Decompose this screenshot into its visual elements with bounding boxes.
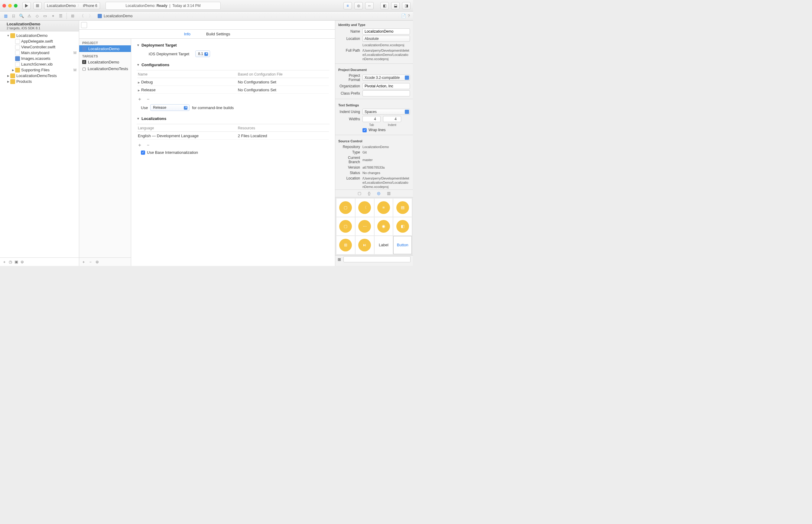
disclosure-icon[interactable]: ▶ <box>12 69 15 71</box>
project-header[interactable]: LocalizationDemo 2 targets, iOS SDK 8.1 <box>0 20 79 31</box>
config-row[interactable]: ▶ReleaseNo Configurations Set <box>137 86 329 94</box>
tree-item[interactable]: ▶Products <box>0 79 79 84</box>
tree-item[interactable]: ViewController.swift <box>0 44 79 50</box>
standard-editor-button[interactable]: ≡ <box>343 2 352 10</box>
target-item[interactable]: ▢ LocalizationDemoTests <box>79 65 131 72</box>
indent-using-select[interactable]: Spaces <box>362 109 410 115</box>
recent-filter-icon[interactable]: ◷ <box>9 260 12 264</box>
add-config-button[interactable]: ＋ <box>137 96 142 102</box>
library-view-mode-icon[interactable]: ⊞ <box>338 257 341 262</box>
disclosure-icon[interactable]: ▼ <box>137 117 140 120</box>
tab-width-stepper[interactable]: 4 <box>362 116 380 122</box>
project-item[interactable]: LocalizationDemo <box>79 45 131 52</box>
version-editor-button[interactable]: ↔ <box>365 2 374 10</box>
remove-config-button[interactable]: － <box>146 96 150 102</box>
remove-localization-button[interactable]: － <box>146 142 150 148</box>
media-library-icon[interactable]: ▥ <box>387 191 391 196</box>
library-item[interactable]: ▢ <box>337 217 355 235</box>
add-button[interactable]: ＋ <box>2 259 6 265</box>
issue-navigator-icon[interactable]: ⚠ <box>26 13 33 19</box>
find-navigator-icon[interactable]: 🔍 <box>18 13 25 19</box>
tree-item[interactable]: ▼LocalizationDemo <box>0 33 79 38</box>
disclosure-icon[interactable]: ▶ <box>7 80 10 83</box>
toggle-right-panel-button[interactable]: ◨ <box>402 2 410 10</box>
path-file[interactable]: LocalizationDemo <box>104 14 132 18</box>
disclosure-icon[interactable]: ▶ <box>7 74 10 77</box>
tree-item[interactable]: Main.storyboardM <box>0 50 79 55</box>
identity-name-input[interactable] <box>362 28 410 34</box>
swift-icon <box>15 39 20 44</box>
library-button-item[interactable]: Button <box>393 236 412 254</box>
scm-filter-icon[interactable]: ▣ <box>15 260 18 264</box>
library-item[interactable]: ⏯ <box>356 236 374 254</box>
library-item[interactable]: ⊞ <box>337 236 355 254</box>
file-template-library-icon[interactable]: ▢ <box>358 191 361 196</box>
tree-item-label: LocalizationDemo <box>16 33 77 38</box>
forward-button[interactable]: 〉 <box>87 13 95 19</box>
config-row[interactable]: ▶DebugNo Configurations Set <box>137 79 329 86</box>
cli-config-select[interactable]: Release <box>150 104 190 111</box>
quick-help-tab-icon[interactable]: ? <box>408 14 410 18</box>
tree-item[interactable]: AppDelegate.swift <box>0 38 79 44</box>
library-label-item[interactable]: Label <box>375 236 393 254</box>
location-select[interactable]: Absolute <box>362 36 410 42</box>
object-library-icon[interactable]: ◎ <box>377 191 380 196</box>
target-filter-icon[interactable]: ⊜ <box>96 260 99 264</box>
tab-build-settings[interactable]: Build Settings <box>204 31 232 37</box>
code-snippet-library-icon[interactable]: {} <box>368 191 371 196</box>
tree-item[interactable]: Images.xcassets <box>0 55 79 61</box>
library-item[interactable]: ▤ <box>393 198 412 217</box>
remove-target-button[interactable]: － <box>88 259 93 265</box>
toggle-left-panel-button[interactable]: ◧ <box>380 2 389 10</box>
assistant-editor-button[interactable]: ◎ <box>354 2 363 10</box>
library-filter-input[interactable] <box>343 256 410 262</box>
tree-item[interactable]: ▶LocalizationDemoTests <box>0 73 79 79</box>
library-item[interactable]: ⋯ <box>356 217 374 235</box>
close-window[interactable] <box>2 4 6 7</box>
related-items-button[interactable]: ⊞ <box>69 13 77 19</box>
indent-width-stepper[interactable]: 4 <box>383 116 401 122</box>
tree-item-label: Products <box>16 79 77 84</box>
add-target-button[interactable]: ＋ <box>82 259 85 265</box>
loc-lang-header: Language <box>137 125 237 132</box>
zoom-window[interactable] <box>14 4 18 7</box>
tree-item[interactable]: ▶Supporting FilesM <box>0 67 79 73</box>
test-navigator-icon[interactable]: ◇ <box>34 13 40 19</box>
library-item[interactable]: 〈 <box>356 198 374 217</box>
library-item[interactable]: ≡ <box>375 198 393 217</box>
breakpoint-navigator-icon[interactable]: ⌖ <box>50 13 56 19</box>
wrap-lines-checkbox[interactable]: ✓ <box>362 128 367 132</box>
debug-navigator-icon[interactable]: ▭ <box>42 13 48 19</box>
tab-info[interactable]: Info <box>182 31 192 37</box>
project-format-select[interactable]: Xcode 3.2-compatible <box>362 75 410 81</box>
stop-button[interactable] <box>33 2 42 10</box>
disclosure-icon[interactable]: ▼ <box>137 44 140 47</box>
disclosure-icon[interactable]: ▼ <box>7 34 10 37</box>
scheme-selector[interactable]: LocalizationDemo 〉 iPhone 6 <box>44 2 100 10</box>
class-prefix-input[interactable] <box>362 91 410 96</box>
toggle-bottom-panel-button[interactable]: ⬓ <box>391 2 400 10</box>
back-button[interactable]: 〈 <box>78 13 85 19</box>
disclosure-icon[interactable]: ▼ <box>137 63 140 66</box>
side-tab[interactable] <box>81 22 87 28</box>
file-inspector-tab-icon[interactable]: 📄 <box>401 14 406 18</box>
library-item[interactable]: ◉ <box>375 217 393 235</box>
library-item[interactable]: ▢ <box>337 198 355 217</box>
organization-input[interactable] <box>362 83 410 89</box>
symbol-navigator-icon[interactable]: ⌸ <box>10 13 17 19</box>
localization-row[interactable]: English — Development Language2 Files Lo… <box>137 132 329 140</box>
project-navigator-icon[interactable]: ▥ <box>2 13 9 19</box>
deployment-target-select[interactable]: 8.1 <box>195 50 210 57</box>
add-localization-button[interactable]: ＋ <box>137 142 142 148</box>
tree-item[interactable]: LaunchScreen.xib <box>0 61 79 67</box>
project-tree[interactable]: ▼LocalizationDemoAppDelegate.swiftViewCo… <box>0 31 79 258</box>
library-item[interactable]: ◧ <box>393 217 412 235</box>
base-i18n-checkbox[interactable]: ✓ <box>141 150 145 155</box>
minimize-window[interactable] <box>8 4 12 7</box>
report-navigator-icon[interactable]: ☰ <box>58 13 64 19</box>
target-item[interactable]: 🅰 LocalizationDemo <box>79 59 131 65</box>
object-library-grid: ▢ 〈 ≡ ▤ ▢ ⋯ ◉ ◧ ⊞ ⏯ Label Button <box>335 197 413 255</box>
run-button[interactable] <box>22 2 31 10</box>
filter-icon[interactable]: ⊜ <box>20 260 24 264</box>
app-icon: 🅰 <box>82 60 86 64</box>
